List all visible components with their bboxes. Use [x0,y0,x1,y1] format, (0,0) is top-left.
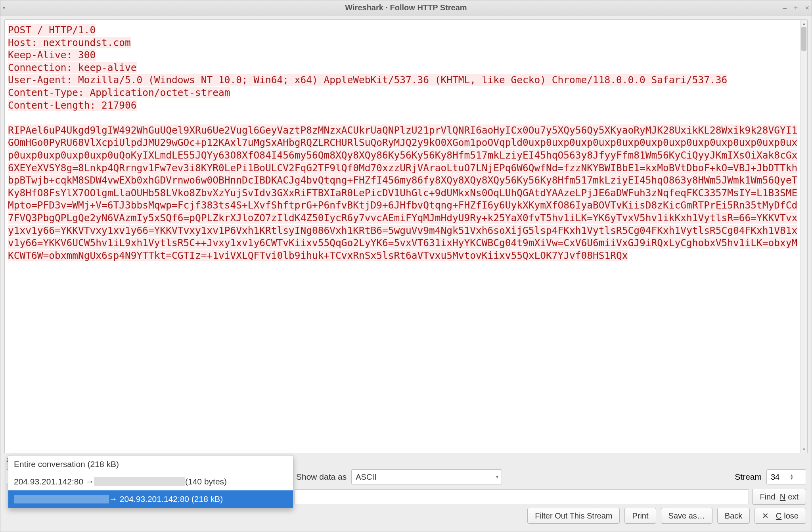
print-button[interactable]: Print [624,508,656,524]
find-next-button[interactable]: Find Next [752,489,806,505]
chevron-down-icon: ▾ [496,474,498,480]
menu-dropdown-icon: ▾ [3,5,5,11]
scroll-up-icon[interactable]: ▴ [801,20,807,27]
show-data-as-select[interactable]: ASCII ▾ [351,469,502,484]
stream-number-input[interactable] [771,473,791,482]
stream-number-label: Stream [735,472,762,482]
button-row: Filter Out This Stream Print Save as… Ba… [4,506,808,528]
window-controls: – + × [783,4,809,11]
maximize-button[interactable]: + [794,4,798,11]
show-data-as-label: Show data as [296,472,347,482]
back-button[interactable]: Back [717,508,750,524]
save-as-button[interactable]: Save as… [661,508,712,524]
content-area: POST / HTTP/1.0 Host: nextroundst.com Ke… [0,15,812,532]
close-dialog-button[interactable]: ✕ Close [755,508,806,524]
titlebar: ▾ Wireshark · Follow HTTP Stream – + × [0,0,812,15]
close-window-button[interactable]: × [805,4,809,11]
conversation-option-entire[interactable]: Entire conversation (218 kB) [8,455,293,473]
window-menu-hint[interactable]: ▾ [3,5,5,11]
window-title: Wireshark · Follow HTTP Stream [345,3,467,12]
scroll-down-icon[interactable]: ▾ [801,446,807,453]
conversation-option-client-to-server[interactable]: → 204.93.201.142:80 (218 kB) [8,490,293,508]
spin-down-icon[interactable]: ▾ [791,477,793,480]
spin-arrows[interactable]: ▴ ▾ [791,474,793,480]
find-input[interactable] [295,489,749,504]
minimize-button[interactable]: – [783,4,787,11]
close-icon: ✕ [762,511,769,521]
filter-out-stream-button[interactable]: Filter Out This Stream [527,508,620,524]
redacted-client-addr [94,477,185,486]
conversation-dropdown-popup[interactable]: Entire conversation (218 kB) 204.93.201.… [8,455,293,508]
stream-text[interactable]: POST / HTTP/1.0 Host: nextroundst.com Ke… [5,20,800,453]
scroll-track[interactable] [801,27,807,446]
window-root: ▾ Wireshark · Follow HTTP Stream – + × P… [0,0,812,532]
conversation-option-server-to-client[interactable]: 204.93.201.142:80 → (140 bytes) [8,473,293,490]
stream-textview[interactable]: POST / HTTP/1.0 Host: nextroundst.com Ke… [4,19,808,453]
stream-number-spinbox[interactable]: ▴ ▾ [766,469,806,484]
scroll-thumb[interactable] [801,27,806,51]
redacted-client-addr [14,495,109,503]
show-data-as-value: ASCII [356,473,376,482]
vertical-scrollbar[interactable]: ▴ ▾ [800,20,807,453]
